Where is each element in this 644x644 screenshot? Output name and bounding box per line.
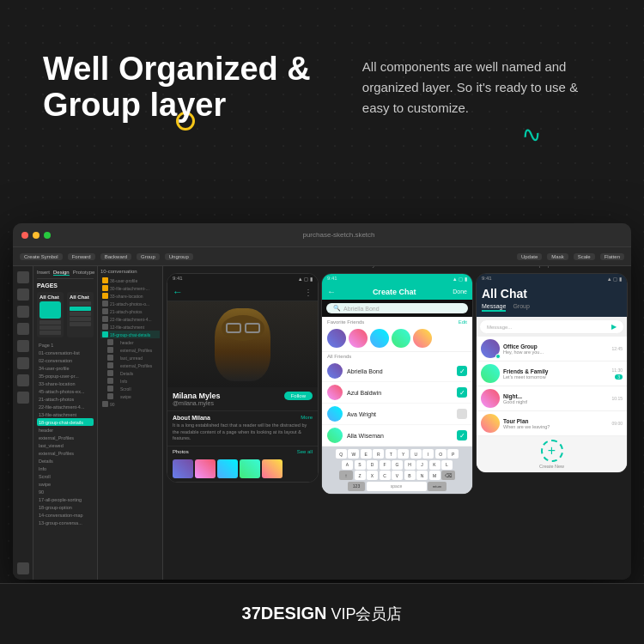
- layer-5[interactable]: 21-attach-photos: [100, 307, 160, 315]
- layer-16[interactable]: swipe: [100, 392, 160, 400]
- tool-icon-3[interactable]: [17, 306, 29, 318]
- layer-1[interactable]: 36-user-profile: [100, 276, 160, 284]
- layer-13[interactable]: Details: [100, 369, 160, 377]
- page-item-1[interactable]: Page 1: [37, 341, 94, 349]
- key-space[interactable]: space: [367, 482, 427, 491]
- key-u[interactable]: U: [410, 449, 422, 459]
- layer-17[interactable]: 90: [100, 400, 160, 408]
- p1-see-all-btn[interactable]: See all: [297, 449, 313, 454]
- friend-check-3[interactable]: [457, 409, 467, 419]
- scale-btn[interactable]: Scale: [574, 253, 595, 260]
- fav-avatar-3[interactable]: [370, 329, 389, 348]
- minimize-dot[interactable]: [33, 232, 39, 239]
- tool-icon-4[interactable]: [17, 323, 29, 335]
- page-item-11-active[interactable]: 18-group-chat-details: [37, 418, 94, 426]
- page-item-18[interactable]: Scroll: [37, 472, 94, 480]
- p2-back-btn[interactable]: ←: [327, 287, 336, 296]
- friend-check-4[interactable]: ✓: [457, 430, 467, 440]
- key-r[interactable]: R: [373, 449, 384, 459]
- key-h[interactable]: H: [404, 460, 416, 470]
- p3-tab-group[interactable]: Group: [513, 303, 529, 312]
- key-v[interactable]: V: [392, 471, 403, 480]
- key-x[interactable]: X: [367, 471, 378, 480]
- page-item-3[interactable]: 02-conversation: [37, 356, 94, 364]
- key-z[interactable]: Z: [355, 471, 366, 480]
- layer-14[interactable]: Info: [100, 377, 160, 385]
- key-y[interactable]: Y: [398, 449, 409, 459]
- friend-check-2[interactable]: ✓: [457, 387, 467, 398]
- page-item-5[interactable]: 35-popup-user-pr...: [37, 372, 94, 380]
- tab-insert[interactable]: Insert: [37, 270, 50, 276]
- p1-back-arrow[interactable]: ←: [173, 286, 183, 298]
- p2-search-bar[interactable]: 🔍 Abriella Bond: [326, 303, 468, 313]
- friend-item-1[interactable]: Abriella Bond ✓: [322, 361, 472, 382]
- tool-icon-2[interactable]: [17, 289, 29, 301]
- layer-11[interactable]: last_unread: [100, 354, 160, 361]
- key-f[interactable]: F: [380, 460, 391, 470]
- page-item-12[interactable]: header: [37, 426, 94, 434]
- tool-icon-6[interactable]: [17, 357, 29, 369]
- tool-icon-7[interactable]: [17, 374, 29, 386]
- layer-10[interactable]: external_Profiles: [100, 346, 160, 354]
- page-item-23[interactable]: 14-conversation-map: [37, 511, 94, 519]
- close-dot[interactable]: [21, 232, 28, 239]
- page-item-22[interactable]: 18-group-option: [37, 503, 94, 511]
- key-q[interactable]: Q: [336, 449, 347, 459]
- fav-avatar-4[interactable]: [392, 329, 410, 348]
- page-item-9[interactable]: 22-file-attachment-4...: [37, 403, 94, 410]
- tool-icon-8[interactable]: [17, 392, 29, 404]
- key-l[interactable]: L: [441, 460, 453, 470]
- chat-item-office[interactable]: Office Group Hey, how are you... 12:45: [477, 337, 627, 361]
- page-item-20[interactable]: 90: [37, 488, 94, 495]
- flatten-btn[interactable]: Flatten: [600, 253, 624, 260]
- key-return[interactable]: return: [428, 482, 447, 491]
- layer-4[interactable]: 21-attach-photos-o...: [100, 300, 160, 307]
- key-backspace[interactable]: ⌫: [441, 471, 455, 480]
- chat-item-friends[interactable]: Friends & Family Let's meet tomorrow 11:…: [477, 361, 627, 386]
- create-new-btn[interactable]: + Create New: [481, 440, 623, 469]
- mask-btn[interactable]: Mask: [547, 253, 568, 260]
- page-item-17[interactable]: Info: [37, 465, 94, 472]
- layer-15[interactable]: Scroll: [100, 385, 160, 392]
- key-w[interactable]: W: [348, 449, 359, 459]
- chat-item-night[interactable]: Night... Good night! 10:15: [477, 386, 627, 410]
- chat-item-tour[interactable]: Tour Plan When are we leaving? 09:00: [477, 411, 627, 435]
- key-shift[interactable]: ↑: [339, 471, 353, 480]
- layer-3[interactable]: 33-share-location: [100, 292, 160, 300]
- page-item-10[interactable]: 13-file-attachment: [37, 410, 94, 418]
- layer-12[interactable]: external_Profiles: [100, 361, 160, 369]
- page-item-13[interactable]: external_Profiles: [37, 434, 94, 441]
- layer-9[interactable]: header: [100, 338, 160, 346]
- page-item-7[interactable]: 45-attach-photos-ex...: [37, 387, 94, 395]
- friend-item-2[interactable]: Azul Baldwin ✓: [322, 382, 472, 404]
- maximize-dot[interactable]: [44, 232, 51, 239]
- page-item-6[interactable]: 33-share-location: [37, 380, 94, 387]
- friend-check-1[interactable]: ✓: [457, 366, 467, 376]
- page-item-24[interactable]: 13-group-conversa...: [37, 519, 94, 526]
- page-item-4[interactable]: 34-user-profile: [37, 364, 94, 372]
- key-p[interactable]: P: [447, 449, 459, 459]
- p3-tab-message[interactable]: Message: [482, 303, 506, 312]
- page-item-19[interactable]: swipe: [37, 480, 94, 488]
- p3-message-input[interactable]: Message... ▶: [479, 319, 624, 334]
- update-btn[interactable]: Update: [517, 253, 542, 260]
- ungroup-btn[interactable]: Ungroup: [165, 253, 193, 260]
- key-k[interactable]: K: [429, 460, 440, 470]
- layer-2[interactable]: 30-file-attachment-...: [100, 284, 160, 292]
- p1-follow-btn[interactable]: Follow: [284, 392, 313, 400]
- page-item-21[interactable]: 17-all-people-sorting: [37, 495, 94, 503]
- tool-icon-1[interactable]: [17, 271, 29, 283]
- key-i[interactable]: I: [422, 449, 434, 459]
- page-item-8[interactable]: 21-attach-photos: [37, 395, 94, 403]
- page-item-2[interactable]: 01-conversation-list: [37, 349, 94, 356]
- key-c[interactable]: C: [380, 471, 391, 480]
- key-d[interactable]: D: [367, 460, 378, 470]
- p1-more[interactable]: More: [301, 415, 313, 421]
- p3-send-icon[interactable]: ▶: [611, 323, 617, 331]
- p2-edit-btn[interactable]: Edit: [459, 319, 467, 325]
- layer-7[interactable]: 12-file-attachment: [100, 323, 160, 331]
- backward-btn[interactable]: Backward: [100, 253, 131, 260]
- tool-icon-9[interactable]: [17, 562, 29, 574]
- key-t[interactable]: T: [386, 449, 397, 459]
- fav-avatar-2[interactable]: [349, 329, 368, 348]
